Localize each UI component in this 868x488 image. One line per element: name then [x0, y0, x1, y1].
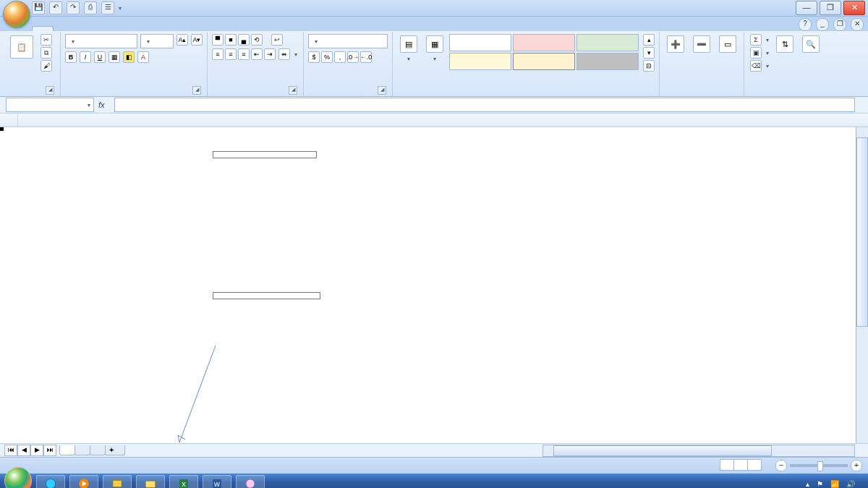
clear-button[interactable]: ⌫ ▾	[749, 60, 770, 72]
vertical-scrollbar[interactable]	[856, 127, 868, 443]
dialog-launcher-icon[interactable]: ◢	[46, 86, 54, 95]
currency-icon[interactable]: $	[308, 51, 320, 63]
style-good[interactable]	[576, 34, 639, 51]
fill-color-button[interactable]: ◧	[123, 51, 135, 63]
align-center-icon[interactable]: ≡	[225, 48, 237, 60]
inc-decimal-icon[interactable]: .0→	[347, 51, 359, 63]
tray-sound-icon[interactable]: 🔊	[846, 480, 855, 488]
zoom-in-button[interactable]: +	[851, 460, 862, 471]
help-icon[interactable]: ?	[799, 18, 812, 31]
font-color-button[interactable]: A	[137, 51, 149, 63]
sheet-tab-1[interactable]	[59, 445, 75, 455]
indent-dec-icon[interactable]: ⇤	[251, 48, 263, 60]
autosum-button[interactable]: Σ ▾	[749, 34, 770, 46]
tray-up-icon[interactable]: ▴	[806, 480, 809, 488]
taskbar-media-icon[interactable]	[69, 475, 98, 488]
doc-restore-icon[interactable]: ❐	[833, 18, 846, 31]
align-bottom-icon[interactable]: ▄	[238, 34, 250, 46]
close-button[interactable]: ✕	[843, 1, 865, 15]
paste-button[interactable]: 📋	[7, 34, 36, 61]
style-calculation[interactable]	[513, 53, 575, 70]
sheet-tab-3[interactable]	[90, 445, 106, 455]
styles-down-icon[interactable]: ▾	[643, 47, 655, 59]
style-check-cell[interactable]	[576, 53, 639, 70]
taskbar-excel-icon[interactable]: X	[169, 475, 198, 488]
find-select-button[interactable]: 🔍	[799, 34, 822, 56]
percent-icon[interactable]: %	[321, 51, 333, 63]
zoom-slider[interactable]	[790, 464, 848, 467]
align-right-icon[interactable]: ≡	[238, 48, 250, 60]
qat-redo-icon[interactable]: ↷	[67, 1, 80, 14]
insert-cells-button[interactable]: ➕	[664, 34, 687, 56]
conditional-formatting-button[interactable]: ▤▾	[397, 34, 420, 64]
underline-button[interactable]: U	[94, 51, 106, 63]
shrink-font-icon[interactable]: A▾	[191, 34, 203, 46]
taskbar-outlook-icon[interactable]	[103, 475, 132, 488]
taskbar-explorer-icon[interactable]	[136, 475, 165, 488]
taskbar-word-icon[interactable]: W	[203, 475, 231, 488]
maximize-button[interactable]: ❐	[820, 1, 841, 15]
align-top-icon[interactable]: ▀	[212, 34, 224, 46]
dialog-launcher-icon[interactable]: ◢	[192, 86, 201, 95]
qat-save-icon[interactable]: 💾	[32, 1, 45, 14]
number-format-select[interactable]: ▾	[308, 34, 388, 48]
tab-nav[interactable]: ⏮◀▶⏭	[4, 445, 56, 456]
worksheet-grid[interactable]	[0, 127, 868, 443]
tab-review[interactable]	[135, 27, 155, 31]
tray-network-icon[interactable]: 📶	[830, 480, 839, 488]
cut-button[interactable]: ✂	[39, 34, 56, 46]
tray-flag-icon[interactable]: ⚑	[817, 480, 823, 488]
dialog-launcher-icon[interactable]: ◢	[289, 86, 297, 95]
sheet-tab-2[interactable]	[75, 445, 90, 455]
comma-icon[interactable]: ,	[334, 51, 346, 63]
min-ribbon-icon[interactable]: _	[816, 18, 829, 31]
grow-font-icon[interactable]: A▴	[176, 34, 188, 46]
tab-page-layout[interactable]	[74, 27, 94, 31]
tab-view[interactable]	[155, 27, 175, 31]
indent-inc-icon[interactable]: ⇥	[264, 48, 276, 60]
format-as-table-button[interactable]: ▦▾	[423, 34, 446, 64]
format-cells-button[interactable]: ▭	[716, 34, 739, 56]
name-box[interactable]: ▾	[6, 98, 94, 112]
dialog-launcher-icon[interactable]: ◢	[378, 86, 386, 95]
tab-smart-view[interactable]	[175, 27, 195, 31]
dec-decimal-icon[interactable]: ←.0	[360, 51, 372, 63]
horizontal-scrollbar[interactable]	[542, 445, 855, 457]
styles-more-icon[interactable]: ⊟	[643, 60, 655, 72]
new-sheet-button[interactable]: ✦	[105, 445, 125, 455]
qat-preview-icon[interactable]: ☰	[101, 1, 114, 14]
fx-icon[interactable]: fx	[98, 100, 110, 109]
qat-undo-icon[interactable]: ↶	[49, 1, 62, 14]
view-buttons[interactable]	[720, 459, 761, 472]
minimize-button[interactable]: —	[796, 1, 817, 15]
taskbar-ie-icon[interactable]	[36, 475, 65, 488]
fill-button[interactable]: ▣ ▾	[749, 47, 770, 59]
select-all-button[interactable]	[0, 114, 18, 127]
zoom-out-button[interactable]: −	[775, 460, 787, 471]
tab-insert[interactable]	[54, 27, 74, 31]
tab-home[interactable]	[32, 26, 54, 31]
delete-cells-button[interactable]: ➖	[690, 34, 713, 56]
formula-input[interactable]	[114, 98, 855, 112]
qat-dropdown-icon[interactable]: ▾	[119, 5, 122, 12]
border-button[interactable]: ▦	[109, 51, 120, 63]
align-middle-icon[interactable]: ■	[225, 34, 237, 46]
merge-center-button[interactable]: ⬌ ▾	[277, 48, 299, 60]
copy-button[interactable]: ⧉	[39, 47, 56, 59]
sort-filter-button[interactable]: ⇅	[773, 34, 796, 56]
italic-button[interactable]: I	[80, 51, 91, 63]
styles-up-icon[interactable]: ▴	[643, 34, 655, 46]
font-size-select[interactable]: ▾	[140, 34, 174, 48]
style-normal[interactable]	[449, 34, 511, 51]
format-painter-button[interactable]: 🖌	[39, 60, 56, 72]
bold-button[interactable]: B	[65, 51, 77, 63]
tab-data[interactable]	[114, 27, 135, 31]
orientation-icon[interactable]: ⟲	[251, 34, 263, 46]
font-name-select[interactable]: ▾	[65, 34, 137, 48]
doc-close-icon[interactable]: ✕	[851, 18, 864, 31]
taskbar-paint-icon[interactable]	[236, 475, 265, 488]
wrap-text-button[interactable]: ↩	[270, 34, 286, 46]
style-bad[interactable]	[513, 34, 575, 51]
style-neutral[interactable]	[449, 53, 511, 70]
qat-print-icon[interactable]: ⎙	[84, 1, 97, 14]
